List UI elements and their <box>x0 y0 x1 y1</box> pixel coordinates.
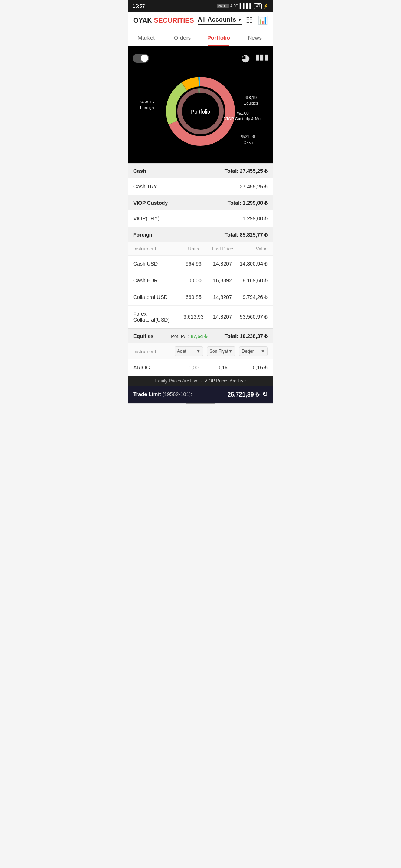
refresh-icon[interactable]: ↻ <box>262 390 268 398</box>
status-time: 15:57 <box>133 3 145 9</box>
ticker-part2: VIOP Prices Are Live <box>204 378 246 384</box>
scroll-thumb <box>186 403 215 404</box>
fr-value-0: 14.300,94 ₺ <box>238 261 268 267</box>
eq-col-instrument: Instrument <box>133 349 172 354</box>
chart-view-icons: ◕ ▮▮▮ <box>241 52 268 64</box>
equities-total: Total: 10.238,37 ₺ <box>225 333 268 339</box>
fr-inst-3: Forex Collateral(USD) <box>133 311 180 323</box>
cash-label: %21,98 Cash <box>241 134 255 145</box>
eq-pl-label: Pot. P/L: <box>171 333 189 339</box>
content-table: Cash Total: 27.455,25 ₺ Cash TRY 27.455,… <box>128 163 273 376</box>
header: OYAK SECURITIES All Accounts ▼ ☷ 📊 <box>128 12 273 29</box>
list-icon[interactable]: ☷ <box>246 16 253 25</box>
eq-val-0: 0,16 ₺ <box>238 365 268 371</box>
tab-market[interactable]: Market <box>128 29 164 46</box>
fr-price-3: 14,8207 <box>208 314 238 320</box>
eq-value-chevron: ▼ <box>261 349 265 354</box>
viop-section-header: VIOP Custody Total: 1.299,00 ₺ <box>128 195 273 210</box>
trade-limit-right: 26.721,39 ₺ ↻ <box>227 390 268 398</box>
bar-chart-icon[interactable]: ▮▮▮ <box>255 52 268 64</box>
cash-try-value: 27.455,25 ₺ <box>240 184 268 190</box>
account-label: All Accounts <box>198 16 236 23</box>
fr-units-2: 660,85 <box>180 294 208 300</box>
trade-limit-account: (19562-101): <box>163 391 192 397</box>
eq-price-0: 0,16 <box>208 365 238 371</box>
foreign-label: %68,75 Foreign <box>140 99 154 111</box>
foreign-row-3: Forex Collateral(USD) 3.613,93 14,8207 5… <box>128 306 273 328</box>
trade-limit-label: Trade Limit <box>133 391 161 397</box>
volte-icon: VoLTE <box>217 4 229 8</box>
signal-icon: ▌▌▌▌ <box>240 3 252 9</box>
toggle-knob <box>141 55 148 62</box>
chevron-down-icon: ▼ <box>238 17 242 22</box>
chart-section: ◕ ▮▮▮ Portfolio %68,75 Foreign %8, <box>128 46 273 163</box>
fr-inst-0: Cash USD <box>133 261 180 267</box>
eq-inst-0: ARIOG <box>133 365 180 371</box>
viop-title: VIOP Custody <box>133 200 168 206</box>
trade-limit-left: Trade Limit (19562-101): <box>133 391 192 397</box>
nav-tabs: Market Orders Portfolio News <box>128 29 273 46</box>
foreign-row-0: Cash USD 964,93 14,8207 14.300,94 ₺ <box>128 256 273 272</box>
foreign-row-1: Cash EUR 500,00 16,3392 8.169,60 ₺ <box>128 272 273 289</box>
foreign-title: Foreign <box>133 232 152 238</box>
network-icon: 4.5G <box>230 4 238 8</box>
viop-try-row: VIOP(TRY) 1.299,00 ₺ <box>128 210 273 227</box>
ticker-part1: Equity Prices Are Live <box>155 378 199 384</box>
fr-units-1: 500,00 <box>180 277 208 283</box>
eq-units-label: Adet <box>177 349 186 354</box>
trade-limit-value: 26.721,39 ₺ <box>227 391 259 398</box>
equities-row-0: ARIOG 1,00 0,16 0,16 ₺ <box>128 359 273 376</box>
logo-securities: SECURITIES <box>154 17 194 24</box>
ticker-separator: - <box>200 378 202 384</box>
account-selector[interactable]: All Accounts ▼ <box>198 16 242 25</box>
chart-controls: ◕ ▮▮▮ <box>133 52 268 64</box>
cash-section-header: Cash Total: 27.455,25 ₺ <box>128 163 273 178</box>
equities-section-header: Equities Pot. P/L: 87,64 ₺ Total: 10.238… <box>128 328 273 343</box>
toggle-switch[interactable] <box>133 54 149 63</box>
logo-oyak: OYAK <box>133 17 152 24</box>
fr-units-0: 964,93 <box>180 261 208 267</box>
fr-price-0: 14,8207 <box>208 261 238 267</box>
viop-total: Total: 1.299,00 ₺ <box>228 200 268 206</box>
svg-text:Portfolio: Portfolio <box>191 109 210 115</box>
fr-value-2: 9.794,26 ₺ <box>238 294 268 300</box>
eq-price-dropdown[interactable]: Son Fiyat ▼ <box>207 346 235 356</box>
tab-news[interactable]: News <box>237 29 273 46</box>
report-icon[interactable]: 📊 <box>258 16 268 25</box>
eq-units-chevron: ▼ <box>196 349 200 354</box>
equities-pl: Pot. P/L: 87,64 ₺ <box>171 333 207 339</box>
header-icons: ☷ 📊 <box>246 16 268 25</box>
col-value-header: Value <box>238 246 268 251</box>
charging-icon: ⚡ <box>263 4 268 9</box>
cash-total: Total: 27.455,25 ₺ <box>225 168 268 174</box>
ticker-bar: Equity Prices Are Live - VIOP Prices Are… <box>128 376 273 386</box>
chart-container: Portfolio %68,75 Foreign %8,19 Equities … <box>133 67 268 156</box>
cash-try-label: Cash TRY <box>133 184 157 190</box>
battery-icon: 40 <box>254 3 262 9</box>
tab-orders[interactable]: Orders <box>164 29 201 46</box>
eq-price-label: Son Fiyat <box>209 349 228 354</box>
foreign-col-headers: Instrument Units Last Price Value <box>128 242 273 256</box>
eq-pl-value: 87,64 ₺ <box>191 333 207 339</box>
eq-units-dropdown[interactable]: Adet ▼ <box>175 346 203 356</box>
eq-units-0: 1,00 <box>180 365 208 371</box>
foreign-row-2: Collateral USD 660,85 14,8207 9.794,26 ₺ <box>128 289 273 306</box>
pie-chart-icon[interactable]: ◕ <box>241 52 250 64</box>
viop-try-label: VIOP(TRY) <box>133 216 160 221</box>
eq-price-chevron: ▼ <box>228 349 233 354</box>
fr-inst-2: Collateral USD <box>133 294 180 300</box>
fr-value-3: 53.560,97 ₺ <box>238 314 268 320</box>
eq-value-dropdown[interactable]: Değer ▼ <box>239 346 268 356</box>
fr-inst-1: Cash EUR <box>133 277 180 283</box>
logo: OYAK SECURITIES <box>133 17 194 24</box>
col-price-header: Last Price <box>208 246 238 251</box>
viop-label: %1,08 VIOP Custody & Mut <box>224 111 262 122</box>
tab-portfolio[interactable]: Portfolio <box>200 29 237 46</box>
fr-price-1: 16,3392 <box>208 277 238 283</box>
equities-title: Equities <box>133 333 153 339</box>
foreign-section-header: Foreign Total: 85.825,77 ₺ <box>128 227 273 242</box>
fr-value-1: 8.169,60 ₺ <box>238 277 268 283</box>
equities-col-headers: Instrument Adet ▼ Son Fiyat ▼ Değer ▼ <box>128 343 273 359</box>
cash-title: Cash <box>133 168 146 174</box>
status-icons: VoLTE 4.5G ▌▌▌▌ 40 ⚡ <box>217 3 268 9</box>
